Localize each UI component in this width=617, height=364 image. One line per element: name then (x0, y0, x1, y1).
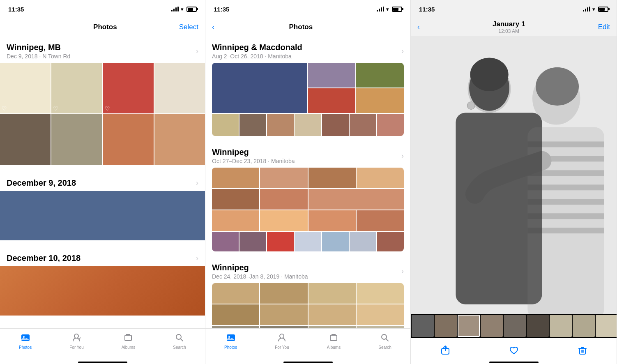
section-title-place3: Winnipeg (212, 263, 308, 272)
photo-cell[interactable]: ♡ (0, 63, 51, 113)
section-title-dec10a: December 10, 2018 (7, 253, 81, 263)
svg-point-7 (280, 334, 284, 338)
mosaic-cell (239, 114, 266, 136)
status-time-3: 11:35 (419, 6, 435, 13)
mosaic-cell (308, 210, 356, 231)
tab-search-1[interactable]: Search (173, 332, 186, 350)
section-header-dec10a: December 10, 2018 › (0, 247, 205, 266)
thumb-3[interactable] (458, 315, 480, 337)
status-time-2: 11:35 (214, 6, 229, 13)
mosaic-cell (267, 114, 294, 136)
photo-single-dec9[interactable] (0, 191, 205, 240)
section-header-place3: Winnipeg Dec 24, 2018–Jan 8, 2019 · Mani… (205, 256, 410, 283)
share-icon (440, 345, 451, 356)
content-2: Winnipeg & Macdonald Aug 2–Oct 26, 2018 … (205, 36, 410, 328)
mosaic-cell (212, 283, 259, 304)
tab-label-foryou-2: For You (275, 345, 289, 350)
section-header-dec9: December 9, 2018 › (0, 172, 205, 191)
section-chevron-dec9[interactable]: › (196, 179, 198, 187)
albums-icon-1 (122, 332, 134, 343)
section-chevron-place2[interactable]: › (401, 152, 404, 160)
nav-title-1: Photos (93, 23, 117, 31)
status-bar-2: 11:35 ▾ (205, 0, 410, 18)
mosaic-cell (357, 283, 404, 304)
photo-cell[interactable] (154, 63, 205, 113)
photo-cell[interactable]: ♡ (103, 63, 154, 113)
heart-button[interactable] (509, 345, 519, 356)
place-mosaic-2[interactable] (212, 168, 404, 251)
select-button-1[interactable]: Select (179, 23, 198, 31)
share-button[interactable] (440, 345, 451, 356)
mosaic-cell (357, 210, 404, 231)
thumb-5[interactable] (504, 315, 526, 337)
trash-button[interactable] (577, 345, 588, 356)
svg-point-14 (470, 58, 508, 91)
photo-cell[interactable] (51, 114, 102, 165)
section-chevron-dec10a[interactable]: › (196, 254, 198, 263)
thumbnail-strip[interactable] (411, 314, 617, 338)
mosaic-cell (308, 189, 404, 210)
photo-cell[interactable] (0, 114, 51, 165)
section-chevron-place3[interactable]: › (401, 267, 404, 276)
mosaic-cell (308, 168, 356, 188)
photo-cell[interactable] (154, 114, 205, 165)
status-icons-2: ▾ (377, 6, 402, 12)
tab-label-search-1: Search (173, 345, 186, 350)
svg-point-27 (467, 102, 475, 110)
thumb-8[interactable] (573, 315, 595, 337)
photo-single-dec10a[interactable] (0, 266, 205, 316)
heart-icon (509, 345, 519, 356)
foryou-icon-2 (276, 332, 288, 343)
tab-albums-1[interactable]: Albums (122, 332, 135, 350)
tab-label-search-2: Search (378, 345, 391, 350)
section-title-place1: Winnipeg & Macdonald (212, 43, 302, 52)
mosaic-cell (350, 114, 376, 136)
tab-albums-2[interactable]: Albums (327, 332, 341, 350)
place-mosaic-3[interactable] (212, 283, 404, 328)
mosaic-cell (350, 232, 376, 251)
albums-icon-2 (328, 332, 339, 343)
back-button-2[interactable]: ‹ (212, 23, 214, 31)
signal-icon-3 (583, 7, 590, 12)
tab-photos-1[interactable]: Photos (19, 332, 32, 350)
thumb-9[interactable] (596, 315, 617, 337)
tab-bar-2: Photos For You Albums (205, 328, 410, 362)
tab-photos-2[interactable]: Photos (224, 332, 237, 350)
tab-foryou-2[interactable]: For You (275, 332, 289, 350)
place-mosaic-1[interactable] (212, 63, 404, 136)
main-photo-view[interactable] (411, 36, 617, 314)
photo-cell[interactable] (103, 114, 154, 165)
thumb-1[interactable] (412, 315, 434, 337)
thumb-6[interactable] (527, 315, 549, 337)
thumb-7[interactable] (550, 315, 572, 337)
status-icons-1: ▾ (171, 6, 197, 12)
mosaic-cell (212, 210, 259, 231)
thumb-4[interactable] (481, 315, 503, 337)
tab-search-2[interactable]: Search (378, 332, 391, 350)
search-icon-1 (174, 332, 185, 343)
photos-icon-2 (225, 332, 237, 343)
wifi-icon-2: ▾ (386, 6, 389, 12)
signal-icon-1 (171, 7, 179, 12)
tab-label-albums-2: Albums (327, 345, 341, 350)
thumb-2[interactable] (435, 315, 457, 337)
screen2: 11:35 ▾ ‹ Photos Winnipeg & Macdonald Au… (205, 0, 411, 364)
tab-label-photos-2: Photos (224, 345, 237, 350)
mosaic-cell (356, 63, 404, 88)
nav-bar-3: ‹ January 1 12:03 AM Edit (411, 18, 617, 36)
status-icons-3: ▾ (583, 6, 608, 12)
photo-cell[interactable]: ♡ (51, 63, 102, 113)
section-chevron-1[interactable]: › (196, 47, 198, 55)
section-subtitle-place2: Oct 27–Dec 23, 2018 · Manitoba (212, 158, 295, 164)
section-title-winnipeg-mb: Winnipeg, MB (7, 43, 70, 52)
back-button-3[interactable]: ‹ (417, 23, 420, 31)
tab-foryou-1[interactable]: For You (69, 332, 83, 350)
svg-rect-26 (456, 113, 542, 304)
action-bar (411, 338, 617, 362)
mosaic-cell (308, 63, 356, 88)
home-indicator-2 (205, 362, 410, 364)
edit-button-3[interactable]: Edit (598, 23, 610, 31)
section-chevron-place1[interactable]: › (401, 47, 404, 55)
signal-icon-2 (377, 7, 384, 12)
trash-icon (577, 345, 588, 356)
